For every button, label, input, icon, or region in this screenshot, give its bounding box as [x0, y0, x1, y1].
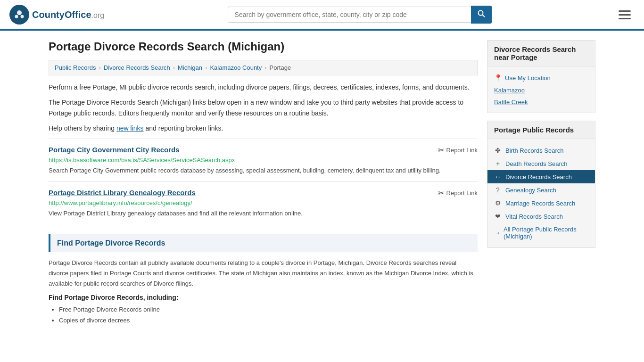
sidebar-nearby-box: Divorce Records Search near Portage 📍 Us… [487, 40, 595, 113]
logo-area[interactable]: CountyOffice.org [9, 5, 104, 25]
breadcrumb: Public Records › Divorce Records Search … [49, 60, 478, 75]
svg-point-3 [21, 15, 24, 18]
logo-text: CountyOffice.org [32, 9, 104, 20]
scissors-icon-2: ✂ [438, 189, 444, 197]
find-subheading: Find Portage Divorce Records, including: [49, 294, 478, 301]
record-card-1-url[interactable]: https://is.bsasoftware.com/bsa.is/SAServ… [49, 156, 478, 164]
record-card-2-title[interactable]: Portage District Library Genealogy Recor… [49, 189, 196, 197]
record-card-1-header: Portage City Government City Records ✂ R… [49, 146, 478, 155]
find-bullets: Free Portage Divorce Records online Copi… [49, 304, 478, 326]
intro-para-2: The Portage Divorce Records Search (Mich… [49, 97, 478, 118]
vital-icon: ❤ [494, 213, 502, 220]
divorce-icon: ↔ [494, 173, 502, 181]
sidebar-all-records[interactable]: → All Portage Public Records (Michigan) [487, 223, 595, 243]
record-card-2: Portage District Library Genealogy Recor… [49, 181, 478, 225]
record-card-1-title[interactable]: Portage City Government City Records [49, 146, 180, 154]
svg-point-4 [478, 11, 483, 16]
svg-line-5 [482, 15, 485, 17]
sidebar-public-records-box: Portage Public Records ✤ Birth Records S… [487, 121, 595, 248]
sidebar-item-birth[interactable]: ✤ Birth Records Search [487, 144, 595, 157]
nearby-battle-creek[interactable]: Battle Creek [487, 96, 595, 108]
sidebar-public-records-content: ✤ Birth Records Search + Death Records S… [487, 139, 595, 247]
sidebar-nearby-content: 📍 Use My Location Kalamazoo Battle Creek [487, 66, 595, 113]
record-card-2-desc: View Portage District Library genealogy … [49, 209, 478, 218]
location-icon: 📍 [494, 74, 502, 82]
sidebar-item-marriage[interactable]: ⚙ Marriage Records Search [487, 197, 595, 210]
intro-para-1: Perform a free Portage, MI public divorc… [49, 82, 478, 92]
svg-point-1 [17, 10, 22, 15]
scissors-icon: ✂ [438, 146, 444, 155]
use-my-location[interactable]: 📍 Use My Location [487, 71, 595, 84]
sidebar-item-vital[interactable]: ❤ Vital Records Search [487, 210, 595, 223]
bullet-1: Free Portage Divorce Records online [59, 304, 478, 315]
breadcrumb-public-records[interactable]: Public Records [55, 64, 96, 71]
new-links-link[interactable]: new links [116, 124, 144, 132]
breadcrumb-michigan[interactable]: Michigan [178, 64, 202, 71]
sidebar-item-divorce[interactable]: ↔ Divorce Records Search [487, 170, 595, 183]
search-area [228, 6, 492, 24]
svg-point-2 [15, 15, 18, 18]
genealogy-icon: ? [494, 186, 502, 194]
birth-icon: ✤ [494, 147, 502, 154]
search-button[interactable] [471, 6, 492, 24]
search-input[interactable] [228, 7, 471, 23]
marriage-icon: ⚙ [494, 199, 502, 207]
sidebar: Divorce Records Search near Portage 📍 Us… [487, 40, 595, 326]
record-card-1: Portage City Government City Records ✂ R… [49, 139, 478, 182]
hamburger-icon [619, 10, 631, 19]
header: CountyOffice.org [0, 0, 644, 31]
sidebar-item-genealogy[interactable]: ? Genealogy Search [487, 183, 595, 197]
record-card-2-url[interactable]: http://www.portagelibrary.info/resources… [49, 199, 478, 206]
find-section-body: Portage Divorce Records contain all publ… [49, 258, 478, 289]
content-area: Portage Divorce Records Search (Michigan… [49, 40, 478, 326]
logo-icon [9, 5, 29, 25]
main-layout: Portage Divorce Records Search (Michigan… [39, 31, 605, 336]
record-card-2-header: Portage District Library Genealogy Recor… [49, 189, 478, 197]
report-link-1[interactable]: ✂ Report Link [438, 146, 478, 155]
intro-para-3: Help others by sharing new links and rep… [49, 123, 478, 133]
sidebar-public-records-title: Portage Public Records [487, 121, 595, 139]
breadcrumb-portage: Portage [270, 64, 291, 71]
breadcrumb-divorce-records[interactable]: Divorce Records Search [104, 64, 170, 71]
bullet-2: Copies of divorce decrees [59, 315, 478, 326]
find-section-heading: Find Portage Divorce Records [49, 234, 478, 252]
sidebar-item-death[interactable]: + Death Records Search [487, 157, 595, 170]
menu-button[interactable] [615, 8, 635, 21]
breadcrumb-kalamazoo[interactable]: Kalamazoo County [210, 64, 262, 71]
nearby-kalamazoo[interactable]: Kalamazoo [487, 84, 595, 96]
arrow-icon: → [494, 229, 501, 237]
sidebar-nearby-title: Divorce Records Search near Portage [487, 41, 595, 66]
death-icon: + [494, 160, 502, 167]
report-link-2[interactable]: ✂ Report Link [438, 189, 478, 197]
record-card-1-desc: Search Portage City Government public re… [49, 166, 478, 175]
page-title: Portage Divorce Records Search (Michigan… [49, 40, 478, 53]
